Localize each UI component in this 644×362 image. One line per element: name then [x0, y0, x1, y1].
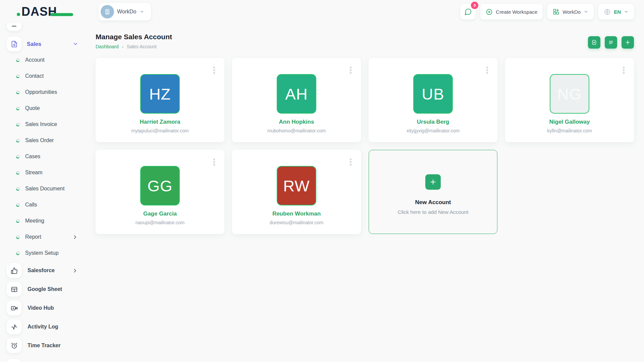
account-card-reuben-workman[interactable]: RWReuben Workmandurewisu@mailinator.com — [232, 150, 361, 234]
thumbs-up-icon — [7, 263, 21, 278]
sidebar-item-sales-invoice[interactable]: Sales Invoice — [7, 116, 96, 132]
kebab-menu-icon[interactable] — [485, 65, 489, 75]
account-card-gage-garcia[interactable]: GGGage Garciananupi@mailinator.com — [96, 150, 224, 234]
account-card-harriet-zamora[interactable]: HZHarriet Zamoramytapuluci@mailinator.co… — [96, 58, 224, 142]
account-card-nigel-galloway[interactable]: NGNigel Gallowaykyfin@mailinator.com — [505, 58, 634, 142]
new-account-title: New Account — [415, 199, 451, 206]
avatar: RW — [277, 166, 316, 205]
sidebar-item-label: Report — [25, 234, 41, 240]
sidebar-item-sales-order[interactable]: Sales Order — [7, 132, 96, 148]
sidebar-item-label: Account — [25, 57, 45, 63]
language-value: EN — [614, 9, 621, 15]
account-name-link[interactable]: Gage Garcia — [143, 210, 177, 217]
sidebar-section-sales[interactable]: Sales — [7, 36, 96, 52]
account-name-link[interactable]: Nigel Galloway — [549, 119, 590, 125]
avatar: HZ — [140, 74, 180, 114]
workspace-selector[interactable]: WorkDo — [99, 3, 151, 20]
account-email: kyfin@mailinator.com — [547, 128, 592, 133]
sidebar-module-label: Google Sheet — [28, 286, 62, 292]
sidebar-module-label: Time Tracker — [28, 343, 60, 349]
app-switcher[interactable]: WorkDo — [547, 4, 594, 19]
account-card-ann-hopkins[interactable]: AHAnn Hopkinsmubohomo@mailinator.com — [232, 58, 361, 142]
chevron-down-icon — [140, 9, 144, 14]
account-email: mytapuluci@mailinator.com — [131, 128, 189, 133]
breadcrumb: Dashboard › Sales Account — [96, 44, 172, 49]
building-icon — [101, 5, 114, 18]
avatar: NG — [550, 74, 589, 114]
bullet-icon — [16, 58, 20, 62]
sidebar-item-label: Stream — [25, 170, 43, 176]
sidebar-item-quote[interactable]: Quote — [7, 100, 96, 116]
sidebar-module-activity-log[interactable]: Activity Log — [7, 317, 96, 336]
messages-button[interactable]: 0 — [460, 4, 476, 19]
create-workspace-button[interactable]: Create Workspace — [480, 4, 543, 19]
breadcrumb-dashboard-link[interactable]: Dashboard — [96, 44, 119, 49]
sidebar-module-time-tracker[interactable]: Time Tracker — [7, 336, 96, 355]
sidebar-item-label: Opportunities — [25, 89, 57, 95]
sidebar-item-report[interactable]: Report — [7, 229, 96, 245]
sidebar-item-calls[interactable]: Calls — [7, 197, 96, 213]
page-actions — [588, 36, 634, 49]
new-account-subtitle: Click here to add New Account — [397, 209, 468, 215]
app-switcher-label: WorkDo — [562, 9, 581, 15]
account-email: durewisu@mailinator.com — [270, 220, 324, 225]
avatar: GG — [140, 166, 180, 205]
sidebar-module-google-sheet[interactable]: Google Sheet — [7, 280, 96, 299]
sidebar-module-salesforce[interactable]: Salesforce — [7, 261, 96, 280]
sidebar-item-opportunities[interactable]: Opportunities — [7, 84, 96, 100]
breadcrumb-current: Sales Account — [127, 44, 157, 49]
sidebar-item-cases[interactable]: Cases — [7, 148, 96, 165]
account-name-link[interactable]: Ann Hopkins — [279, 119, 314, 125]
sidebar-item-contact[interactable]: Contact — [7, 68, 96, 84]
bullet-icon — [16, 107, 20, 110]
account-card-ursula-berg[interactable]: UBUrsula Bergxitygyxig@mailinator.com — [369, 58, 497, 142]
kebab-menu-icon[interactable] — [212, 157, 216, 167]
bullet-icon — [16, 90, 20, 94]
video-icon — [7, 301, 21, 315]
kebab-menu-icon[interactable] — [348, 65, 353, 75]
language-selector[interactable]: EN — [598, 4, 634, 19]
export-button[interactable] — [588, 36, 600, 49]
chevron-down-icon — [73, 41, 78, 47]
list-view-button[interactable] — [605, 36, 617, 49]
create-workspace-label: Create Workspace — [496, 9, 537, 15]
avatar: AH — [277, 74, 316, 114]
bullet-icon — [16, 203, 20, 207]
sidebar-item-account[interactable]: Account — [7, 52, 96, 68]
avatar: UB — [413, 74, 453, 114]
main-content: Manage Sales Account Dashboard › Sales A… — [96, 23, 644, 362]
new-account-card[interactable]: New Account Click here to add New Accoun… — [369, 150, 497, 234]
sidebar-collapse-button[interactable] — [7, 23, 21, 31]
plus-circle-icon — [486, 8, 493, 15]
dash-logo[interactable]: DASH — [21, 6, 99, 18]
account-email: nanupi@mailinator.com — [136, 220, 185, 225]
account-name-link[interactable]: Harriet Zamora — [140, 119, 180, 125]
kebab-menu-icon[interactable] — [212, 65, 216, 75]
sidebar-item-meeting[interactable]: Meeting — [7, 213, 96, 229]
sidebar-item-sales-document[interactable]: Sales Document — [7, 181, 96, 197]
bullet-icon — [16, 139, 20, 142]
bullet-icon — [16, 251, 20, 255]
bullet-icon — [16, 219, 20, 223]
kebab-menu-icon[interactable] — [348, 157, 353, 167]
account-name-link[interactable]: Ursula Berg — [417, 119, 449, 125]
bullet-icon — [16, 171, 20, 175]
sidebar-item-stream[interactable]: Stream — [7, 165, 96, 181]
messages-count-badge: 0 — [471, 2, 478, 9]
sidebar-item-label: System Setup — [25, 250, 59, 256]
sidebar-item-system-setup[interactable]: System Setup — [7, 245, 96, 261]
account-name-link[interactable]: Reuben Workman — [272, 210, 321, 217]
bullet-icon — [16, 74, 20, 78]
add-account-button[interactable] — [622, 36, 634, 49]
bullet-icon — [16, 235, 20, 239]
chat-bubble-icon — [464, 8, 472, 16]
sidebar-item-label: Contact — [25, 73, 44, 79]
kebab-menu-icon[interactable] — [622, 65, 626, 75]
globe-icon — [604, 8, 611, 15]
activity-icon — [7, 319, 21, 334]
sidebar-item-label: Calls — [25, 202, 37, 208]
title-row: Manage Sales Account Dashboard › Sales A… — [96, 33, 634, 49]
sidebar-module-video-hub[interactable]: Video Hub — [7, 299, 96, 317]
account-email: xitygyxig@mailinator.com — [407, 128, 460, 133]
top-header: DASH WorkDo 0 — [0, 0, 644, 23]
